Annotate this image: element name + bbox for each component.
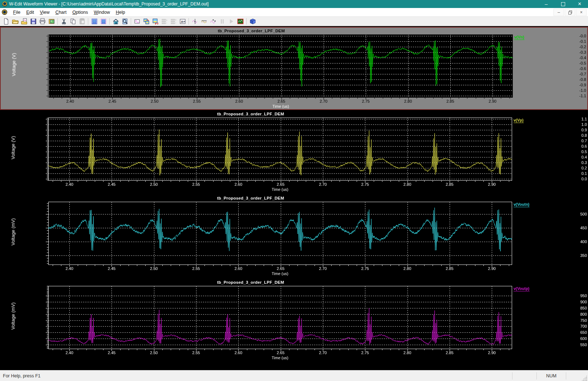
menu-chart[interactable]: Chart xyxy=(53,9,70,16)
menubar: File Edit View Chart Options Window Help… xyxy=(0,8,588,17)
waveform-panel-voutn[interactable]: tb_Proposed_3_order_LPF_DEM Voltage (mV)… xyxy=(0,195,588,278)
collapse-traces-button xyxy=(169,17,178,25)
cut-button[interactable] xyxy=(59,17,68,25)
multi-chart-layout-button[interactable] xyxy=(99,17,108,25)
copy-icon xyxy=(69,18,77,25)
toolbar-separator xyxy=(131,18,131,25)
window-title: W-Edit Waveform Viewer - [C:\Users\admin… xyxy=(9,1,538,7)
waveform-panel-voutp[interactable]: tb_Proposed_3_order_LPF_DEM Voltage (mV)… xyxy=(0,279,588,362)
single-chart-layout-button[interactable] xyxy=(90,17,99,25)
mdi-window-controls: – × xyxy=(553,9,588,16)
fit-to-window-button[interactable] xyxy=(111,17,120,25)
copy-chart-button[interactable] xyxy=(142,17,151,25)
maximize-button[interactable] xyxy=(555,0,571,8)
x-tick-label: 2.60 xyxy=(231,99,247,103)
menu-options[interactable]: Options xyxy=(69,9,91,16)
mdi-restore-button[interactable] xyxy=(565,9,575,16)
statusbar: For Help, press F1 NUM xyxy=(0,370,588,381)
plot-canvas-voutn[interactable] xyxy=(0,195,588,278)
help-book-icon xyxy=(249,18,256,25)
menu-view[interactable]: View xyxy=(37,9,53,16)
y-tick-label: 0.4 xyxy=(542,155,588,159)
chart-ft-button[interactable]: FT xyxy=(151,17,160,25)
paste-icon xyxy=(78,18,86,25)
x-tick-label: 2.75 xyxy=(357,351,373,355)
new-document-icon xyxy=(3,18,10,25)
copy-button[interactable] xyxy=(68,17,77,25)
menu-help[interactable]: Help xyxy=(113,9,128,16)
chart-title: tb_Proposed_3_order_LPF_DEM xyxy=(0,280,501,284)
x-tick-label: 2.45 xyxy=(104,266,119,271)
x-tick-label: 2.75 xyxy=(358,99,374,103)
y-tick-label: -1.1 xyxy=(541,94,587,98)
close-button[interactable]: × xyxy=(571,0,588,8)
save-button[interactable] xyxy=(29,17,38,25)
y-tick-label: -0.9 xyxy=(541,83,587,87)
trace-legend-voutn[interactable]: v(Voutn) xyxy=(514,202,530,207)
document-icon[interactable] xyxy=(2,9,7,15)
export-image-button[interactable] xyxy=(47,17,56,25)
y-tick-label: 400 xyxy=(542,239,588,244)
export-image-icon xyxy=(48,18,55,25)
plot-canvas-vn[interactable] xyxy=(1,28,587,109)
vertical-cursor-button[interactable] xyxy=(190,17,199,25)
trace-legend-vp[interactable]: v(Vp) xyxy=(514,118,524,123)
x-tick-label: 2.80 xyxy=(400,99,416,103)
resize-grip[interactable] xyxy=(581,375,587,381)
toolbar-separator xyxy=(246,18,247,25)
x-tick-label: 2.85 xyxy=(442,182,458,187)
open-output-file-button[interactable] xyxy=(20,17,29,25)
toolbar-separator xyxy=(109,18,110,25)
svg-text:A=: A= xyxy=(181,20,185,23)
restore-icon xyxy=(568,11,572,14)
y-tick-label: 0.1 xyxy=(542,171,588,176)
x-tick-label: 2.75 xyxy=(357,266,373,271)
y-tick-label: 0.5 xyxy=(542,149,588,154)
mdi-minimize-button[interactable]: – xyxy=(553,9,564,16)
point-cursor-icon xyxy=(210,18,217,25)
x-tick-label: 2.70 xyxy=(315,266,331,271)
y-tick-label: 350 xyxy=(542,253,588,258)
y-tick-label: 1.1 xyxy=(542,117,588,121)
y-tick-label: 500 xyxy=(542,212,588,216)
new-document-button[interactable] xyxy=(1,17,11,25)
y-tick-label: 700 xyxy=(542,324,588,328)
menu-file[interactable]: File xyxy=(10,9,23,16)
trace-legend-vn[interactable]: v(Vn) xyxy=(514,35,524,40)
point-cursor-button[interactable] xyxy=(208,17,218,25)
trace-legend-voutp[interactable]: v(Voutp) xyxy=(514,286,530,291)
x-tick-label: 2.45 xyxy=(104,182,119,187)
x-tick-label: 2.85 xyxy=(442,351,458,355)
y-tick-label: -0.2 xyxy=(541,45,587,49)
run-simulation-icon xyxy=(228,18,235,25)
help-book-button[interactable] xyxy=(248,17,257,25)
close-icon: × xyxy=(578,1,581,7)
x-tick-label: 2.65 xyxy=(273,182,289,187)
menu-window[interactable]: Window xyxy=(91,9,113,16)
x-tick-label: 2.70 xyxy=(316,99,332,103)
open-file-button[interactable] xyxy=(11,17,20,25)
x-tick-label: 2.50 xyxy=(146,266,162,271)
x-tick-label: 2.75 xyxy=(357,182,373,187)
plot-canvas-voutp[interactable] xyxy=(0,279,588,362)
menu-edit[interactable]: Edit xyxy=(23,9,37,16)
zoom-box-icon xyxy=(121,18,129,25)
y-tick-label: -1.0 xyxy=(541,88,587,93)
new-trace-chart-button[interactable] xyxy=(133,17,142,25)
minimize-button[interactable]: – xyxy=(538,0,555,8)
zoom-box-button[interactable] xyxy=(120,17,129,25)
print-button[interactable] xyxy=(38,17,47,25)
waveform-panel-vn[interactable]: tb_Proposed_3_order_LPF_DEM Voltage (V) … xyxy=(0,27,588,110)
mdi-close-button[interactable]: × xyxy=(576,9,587,16)
chart-title: tb_Proposed_3_order_LPF_DEM xyxy=(0,112,501,116)
x-tick-label: 2.60 xyxy=(230,182,246,187)
waveform-panel-vp[interactable]: tb_Proposed_3_order_LPF_DEM Voltage (V) … xyxy=(0,111,588,194)
pause-simulation-button xyxy=(218,17,227,25)
plot-canvas-vp[interactable] xyxy=(0,111,588,194)
vertical-cursor-icon xyxy=(191,18,199,25)
chart-snapshot-button[interactable] xyxy=(236,17,245,25)
toolbar-separator xyxy=(88,18,88,25)
y-tick-label: -0.0 xyxy=(541,34,587,38)
text-annotation-button[interactable]: A= xyxy=(178,17,187,25)
horizontal-cursor-button[interactable] xyxy=(199,17,208,25)
